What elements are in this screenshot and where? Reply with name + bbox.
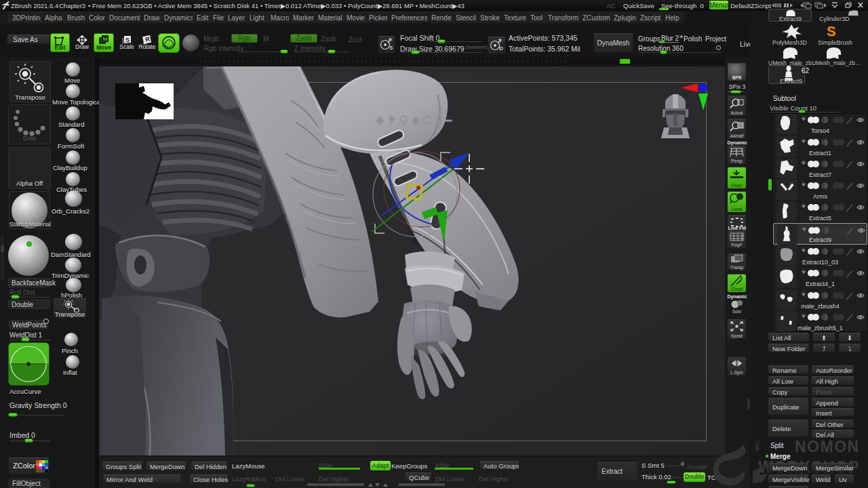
svg-text:S: S [125, 37, 130, 43]
svg-text:D: D [499, 45, 503, 52]
svg-text:M: M [103, 36, 108, 42]
svg-text:S: S [389, 45, 393, 51]
